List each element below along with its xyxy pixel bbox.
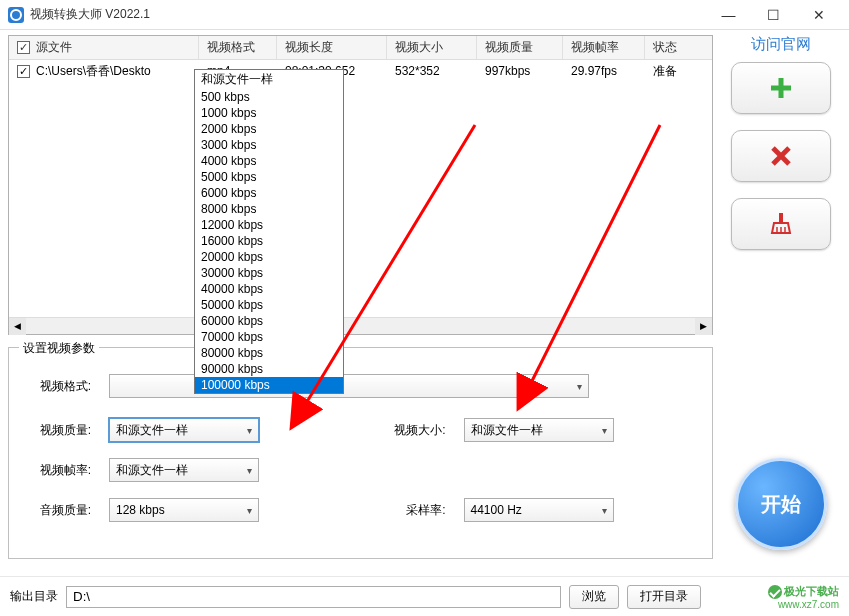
th-fps: 视频帧率 — [563, 36, 645, 59]
dropdown-option[interactable]: 80000 kbps — [195, 345, 343, 361]
quality-select[interactable]: 和源文件一样 — [109, 418, 259, 442]
dropdown-option[interactable]: 12000 kbps — [195, 217, 343, 233]
dropdown-option[interactable]: 5000 kbps — [195, 169, 343, 185]
close-button[interactable]: ✕ — [796, 1, 841, 29]
maximize-button[interactable]: ☐ — [751, 1, 796, 29]
dropdown-option[interactable]: 2000 kbps — [195, 121, 343, 137]
dropdown-option[interactable]: 1000 kbps — [195, 105, 343, 121]
dropdown-option[interactable]: 4000 kbps — [195, 153, 343, 169]
fps-label: 视频帧率: — [21, 462, 91, 479]
size-select[interactable]: 和源文件一样 — [464, 418, 614, 442]
minimize-button[interactable]: — — [706, 1, 751, 29]
plus-icon — [767, 74, 795, 102]
file-table: 源文件 视频格式 视频长度 视频大小 视频质量 视频帧率 状态 C:\Users… — [8, 35, 713, 335]
th-format: 视频格式 — [199, 36, 277, 59]
select-all-checkbox[interactable] — [17, 41, 30, 54]
broom-icon — [768, 211, 794, 237]
cell-status: 准备 — [645, 63, 695, 80]
clear-button[interactable] — [731, 198, 831, 250]
delete-button[interactable] — [731, 130, 831, 182]
table-row[interactable]: C:\Users\香香\Deskto mp4 08:01:30.652 532*… — [9, 60, 712, 82]
dropdown-option[interactable]: 和源文件一样 — [195, 70, 343, 89]
scroll-right-icon[interactable]: ▶ — [695, 318, 712, 335]
params-panel: 设置视频参数 视频格式: VC(*.mp4) 视频质量: 和源文件一样 视频大小… — [8, 347, 713, 559]
dropdown-option[interactable]: 50000 kbps — [195, 297, 343, 313]
th-size: 视频大小 — [387, 36, 477, 59]
dropdown-option[interactable]: 8000 kbps — [195, 201, 343, 217]
dropdown-option[interactable]: 60000 kbps — [195, 313, 343, 329]
x-icon — [769, 144, 793, 168]
row-checkbox[interactable] — [17, 65, 30, 78]
scroll-left-icon[interactable]: ◀ — [9, 318, 26, 335]
watermark-logo-icon — [768, 585, 782, 599]
start-button[interactable]: 开始 — [735, 458, 827, 550]
dropdown-option[interactable]: 16000 kbps — [195, 233, 343, 249]
dropdown-option[interactable]: 100000 kbps — [195, 377, 343, 393]
quality-label: 视频质量: — [21, 422, 91, 439]
dropdown-option[interactable]: 40000 kbps — [195, 281, 343, 297]
horizontal-scrollbar[interactable]: ◀ ▶ — [9, 317, 712, 334]
format-select[interactable]: VC(*.mp4) — [109, 374, 589, 398]
titlebar: 视频转换大师 V2022.1 — ☐ ✕ — [0, 0, 849, 30]
browse-button[interactable]: 浏览 — [569, 585, 619, 609]
dropdown-option[interactable]: 500 kbps — [195, 89, 343, 105]
output-path-input[interactable] — [66, 586, 561, 608]
svg-rect-4 — [779, 213, 783, 223]
fps-select[interactable]: 和源文件一样 — [109, 458, 259, 482]
dropdown-option[interactable]: 70000 kbps — [195, 329, 343, 345]
window-title: 视频转换大师 V2022.1 — [30, 6, 706, 23]
dropdown-option[interactable]: 20000 kbps — [195, 249, 343, 265]
app-icon — [8, 7, 24, 23]
th-duration: 视频长度 — [277, 36, 387, 59]
sample-label: 采样率: — [376, 502, 446, 519]
watermark: 极光下载站 www.xz7.com — [768, 584, 839, 610]
output-bar: 输出目录 浏览 打开目录 — [0, 576, 849, 616]
visit-site-link[interactable]: 访问官网 — [751, 35, 811, 54]
audio-select[interactable]: 128 kbps — [109, 498, 259, 522]
th-status: 状态 — [645, 36, 695, 59]
dropdown-option[interactable]: 90000 kbps — [195, 361, 343, 377]
dropdown-option[interactable]: 30000 kbps — [195, 265, 343, 281]
cell-fps: 29.97fps — [563, 64, 645, 78]
format-label: 视频格式: — [21, 378, 91, 395]
th-source: 源文件 — [36, 39, 72, 56]
cell-path: C:\Users\香香\Deskto — [36, 63, 151, 80]
quality-dropdown[interactable]: 和源文件一样500 kbps1000 kbps2000 kbps3000 kbp… — [194, 69, 344, 394]
table-header: 源文件 视频格式 视频长度 视频大小 视频质量 视频帧率 状态 — [9, 36, 712, 60]
dropdown-option[interactable]: 3000 kbps — [195, 137, 343, 153]
params-title: 设置视频参数 — [19, 340, 99, 357]
cell-size: 532*352 — [387, 64, 477, 78]
size-label: 视频大小: — [376, 422, 446, 439]
add-button[interactable] — [731, 62, 831, 114]
audio-label: 音频质量: — [21, 502, 91, 519]
th-quality: 视频质量 — [477, 36, 563, 59]
cell-quality: 997kbps — [477, 64, 563, 78]
dropdown-option[interactable]: 6000 kbps — [195, 185, 343, 201]
open-dir-button[interactable]: 打开目录 — [627, 585, 701, 609]
output-label: 输出目录 — [10, 588, 58, 605]
sample-select[interactable]: 44100 Hz — [464, 498, 614, 522]
